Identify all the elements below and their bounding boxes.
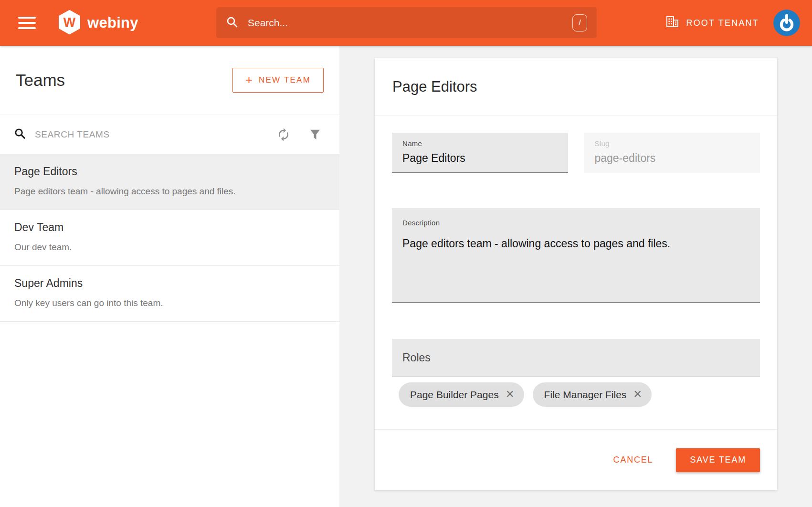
search-icon [226, 16, 238, 30]
refresh-icon[interactable] [273, 124, 294, 145]
teams-search-input[interactable] [35, 129, 273, 140]
webiny-logo-icon: W [58, 10, 81, 36]
name-field-label: Name [402, 139, 558, 148]
description-field-label: Description [402, 219, 749, 227]
form-actions: CANCEL SAVE TEAM [375, 429, 777, 490]
brand-name: webiny [87, 14, 138, 32]
team-list-item-dev-team[interactable]: Dev Team Our dev team. [0, 210, 339, 266]
team-details-card: Page Editors Name Page Editors Slug page… [375, 58, 777, 490]
plus-icon: + [245, 74, 253, 86]
team-details-title: Page Editors [392, 78, 477, 95]
description-field[interactable]: Description Page editors team - allowing… [392, 208, 760, 303]
tenant-label: ROOT TENANT [686, 18, 759, 28]
new-team-button[interactable]: + NEW TEAM [232, 68, 324, 93]
team-name: Super Admins [14, 277, 325, 290]
name-field[interactable]: Name Page Editors [392, 133, 568, 173]
roles-chips: Page Builder Pages × File Manager Files … [392, 382, 760, 407]
name-field-value: Page Editors [402, 152, 558, 165]
roles-field[interactable]: Roles [392, 339, 760, 377]
chip-label: File Manager Files [544, 389, 627, 401]
building-icon [666, 16, 679, 30]
role-chip-file-manager-files: File Manager Files × [533, 382, 652, 407]
roles-field-label: Roles [402, 351, 431, 364]
page-title: Teams [16, 71, 65, 90]
filter-icon[interactable] [305, 124, 326, 145]
team-description: Our dev team. [14, 242, 325, 253]
svg-text:W: W [63, 15, 76, 30]
chip-close-icon[interactable]: × [633, 387, 642, 401]
search-icon [14, 127, 26, 141]
teams-search-row [0, 115, 339, 154]
global-search-input[interactable] [248, 17, 572, 29]
team-description: Only key users can go into this team. [14, 298, 325, 308]
team-name: Dev Team [14, 221, 325, 234]
team-description: Page editors team - allowing access to p… [14, 186, 325, 197]
save-team-button[interactable]: SAVE TEAM [676, 448, 760, 472]
cancel-button[interactable]: CANCEL [611, 450, 656, 470]
brand[interactable]: W webiny [58, 10, 138, 36]
team-name: Page Editors [14, 165, 325, 178]
team-list-item-super-admins[interactable]: Super Admins Only key users can go into … [0, 266, 339, 322]
teams-header: Teams + NEW TEAM [0, 46, 339, 115]
team-list-item-page-editors[interactable]: Page Editors Page editors team - allowin… [0, 154, 339, 210]
team-form: Name Page Editors Slug page-editors Desc… [375, 133, 777, 407]
slug-field-label: Slug [595, 139, 750, 148]
chip-close-icon[interactable]: × [506, 387, 514, 401]
slug-field-value: page-editors [595, 152, 750, 165]
menu-icon[interactable] [18, 17, 36, 29]
header-right: ROOT TENANT [666, 0, 800, 46]
description-field-value: Page editors team - allowing access to p… [402, 237, 749, 250]
team-details-header: Page Editors [375, 58, 777, 116]
user-avatar[interactable] [773, 10, 800, 36]
chip-label: Page Builder Pages [410, 389, 499, 401]
global-search-bar[interactable]: / [216, 7, 597, 38]
teams-list-panel: Teams + NEW TEAM Page Editors Page edito… [0, 46, 339, 507]
tenant-selector[interactable]: ROOT TENANT [666, 16, 759, 30]
slug-field: Slug page-editors [584, 133, 760, 173]
app-header: W webiny / [0, 0, 812, 46]
role-chip-page-builder-pages: Page Builder Pages × [399, 382, 524, 407]
slash-key-hint: / [572, 14, 587, 32]
